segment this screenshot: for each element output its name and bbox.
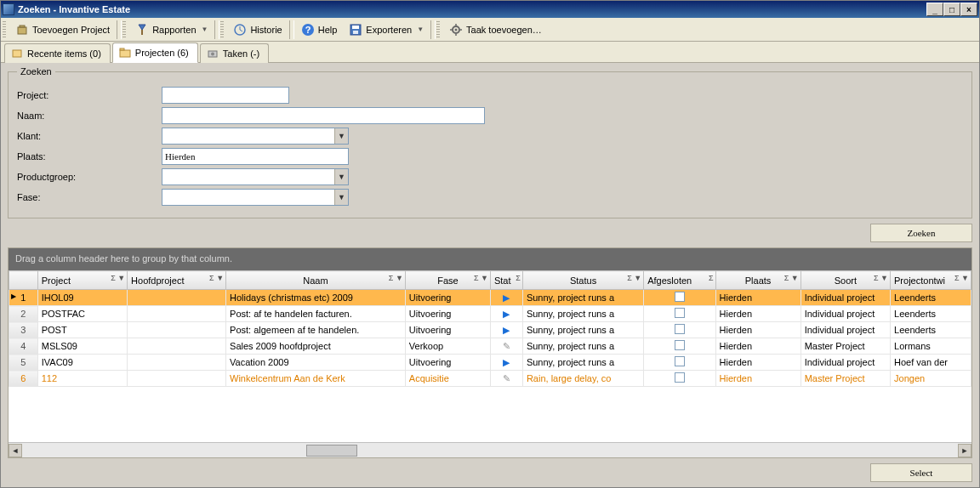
svg-rect-9 [353, 31, 358, 34]
productgroep-combo[interactable]: ▼ [162, 168, 349, 185]
col-fase[interactable]: FaseΣ ▼ [405, 271, 490, 290]
fase-input[interactable] [162, 190, 334, 205]
checkbox[interactable] [675, 308, 685, 318]
horizontal-scrollbar[interactable]: ◄ ► [9, 442, 971, 457]
reports-button[interactable]: Rapporten ▼ [129, 20, 214, 40]
checkbox[interactable] [675, 356, 685, 366]
tab-tasks[interactable]: Taken (-) [200, 43, 269, 63]
chevron-down-icon[interactable]: ▼ [334, 169, 348, 184]
chevron-down-icon[interactable]: ▼ [334, 128, 348, 144]
app-window: Zoeken - Invantive Estate _ □ × Toevoege… [0, 0, 980, 488]
cell-ontw: Leenderts [891, 306, 971, 322]
folder-icon [118, 46, 132, 60]
edit-icon: ✎ [503, 373, 510, 383]
cell-fase: Uitvoering [405, 290, 490, 306]
col-rownum[interactable] [9, 271, 38, 290]
cell-afgesloten[interactable] [644, 322, 715, 338]
search-panel: Zoeken Project: Naam: Klant: ▼ Plaats: [8, 66, 972, 218]
cell-fase: Uitvoering [405, 306, 490, 322]
grid-table: ProjectΣ ▼ HoofdprojectΣ ▼ NaamΣ ▼ FaseΣ… [9, 270, 971, 387]
help-button[interactable]: ? Help [295, 20, 344, 40]
cell-afgesloten[interactable] [644, 371, 715, 387]
svg-rect-0 [18, 27, 26, 34]
cell-naam: Winkelcentrum Aan de Kerk [226, 371, 406, 387]
checkbox[interactable] [675, 340, 685, 350]
cell-plaats: Hierden [715, 290, 801, 306]
cell-project: MSLS09 [37, 338, 127, 355]
checkbox[interactable] [675, 324, 685, 334]
cell-stat: ▶ [490, 322, 522, 338]
project-input[interactable] [162, 87, 289, 104]
save-icon [349, 23, 362, 37]
col-stat[interactable]: StatΣ [490, 271, 522, 290]
checkbox[interactable] [675, 292, 685, 302]
select-button[interactable]: Select [870, 463, 972, 482]
recent-icon [10, 47, 24, 60]
toolbar-grip [3, 21, 6, 38]
cell-project: 112 [37, 371, 127, 387]
edit-icon: ✎ [503, 341, 510, 351]
tab-tasks-label: Taken (-) [223, 48, 259, 59]
col-naam[interactable]: NaamΣ ▼ [226, 271, 406, 290]
add-task-button[interactable]: Taak toevoegen… [443, 20, 548, 40]
cell-fase: Uitvoering [405, 355, 490, 371]
col-plaats[interactable]: PlaatsΣ ▼ [715, 271, 801, 290]
scroll-left-button[interactable]: ◄ [9, 444, 22, 457]
col-projectontw[interactable]: ProjectontwiΣ ▼ [891, 271, 971, 290]
svg-rect-1 [20, 26, 25, 27]
minimize-button[interactable]: _ [926, 3, 943, 16]
cell-status: Sunny, project runs a [522, 306, 643, 322]
tab-projects-label: Projecten (6) [135, 48, 189, 58]
cell-ontw: Hoef van der [891, 355, 971, 371]
col-project[interactable]: ProjectΣ ▼ [37, 271, 127, 290]
table-row[interactable]: 3POSTPost: algemeen af te handelen.Uitvo… [9, 322, 971, 338]
col-status[interactable]: StatusΣ ▼ [522, 271, 643, 290]
export-button[interactable]: Exporteren ▼ [343, 20, 430, 40]
history-button[interactable]: Historie [227, 20, 288, 40]
fase-combo[interactable]: ▼ [162, 189, 349, 206]
svg-rect-8 [352, 26, 359, 29]
chevron-down-icon: ▼ [417, 26, 424, 33]
tab-projects[interactable]: Projecten (6) [112, 43, 198, 63]
toolbar-grip [122, 21, 126, 38]
table-row[interactable]: 4MSLS09Sales 2009 hoofdprojectVerkoop✎Su… [9, 338, 971, 355]
cell-afgesloten[interactable] [644, 355, 715, 371]
naam-input[interactable] [162, 107, 485, 124]
klant-input[interactable] [162, 128, 334, 144]
col-soort[interactable]: SoortΣ ▼ [801, 271, 890, 290]
table-row[interactable]: 2POSTFACPost: af te handelen facturen.Ui… [9, 306, 971, 322]
add-project-button[interactable]: Toevoegen Project [9, 20, 116, 40]
help-label: Help [318, 25, 338, 35]
cell-soort: Master Project [801, 338, 890, 355]
tab-recent[interactable]: Recente items (0) [4, 43, 111, 63]
cell-status: Sunny, project runs a [522, 355, 643, 371]
scroll-right-button[interactable]: ► [958, 444, 971, 457]
cell-afgesloten[interactable] [644, 306, 715, 322]
table-row[interactable]: 5IVAC09Vacation 2009Uitvoering▶Sunny, pr… [9, 355, 971, 371]
toolbar-grip [220, 21, 224, 38]
cell-hoofdproject [128, 371, 226, 387]
table-row[interactable]: 6112Winkelcentrum Aan de KerkAcquisitie✎… [9, 371, 971, 387]
col-hoofdproject[interactable]: HoofdprojectΣ ▼ [128, 271, 226, 290]
svg-text:?: ? [305, 25, 311, 35]
productgroep-input[interactable] [162, 169, 334, 184]
label-plaats: Plaats: [17, 151, 162, 162]
close-button[interactable]: × [960, 3, 977, 16]
cell-stat: ✎ [490, 371, 522, 387]
cell-afgesloten[interactable] [644, 338, 715, 355]
svg-point-20 [211, 53, 214, 56]
group-by-bar[interactable]: Drag a column header here to group by th… [9, 248, 971, 270]
table-row[interactable]: 1IHOL09Holidays (christmas etc) 2009Uitv… [9, 290, 971, 306]
plaats-input[interactable] [162, 148, 349, 165]
history-icon [233, 23, 247, 37]
maximize-button[interactable]: □ [943, 3, 960, 16]
col-afgesloten[interactable]: AfgeslotenΣ [644, 271, 715, 290]
scroll-thumb[interactable] [306, 445, 357, 457]
chevron-down-icon[interactable]: ▼ [334, 190, 348, 205]
klant-combo[interactable]: ▼ [162, 128, 349, 145]
search-button[interactable]: Zoeken [870, 224, 972, 242]
checkbox[interactable] [675, 372, 685, 383]
cell-afgesloten[interactable] [644, 290, 715, 306]
cell-naam: Post: af te handelen facturen. [226, 306, 406, 322]
reports-icon [135, 23, 149, 37]
